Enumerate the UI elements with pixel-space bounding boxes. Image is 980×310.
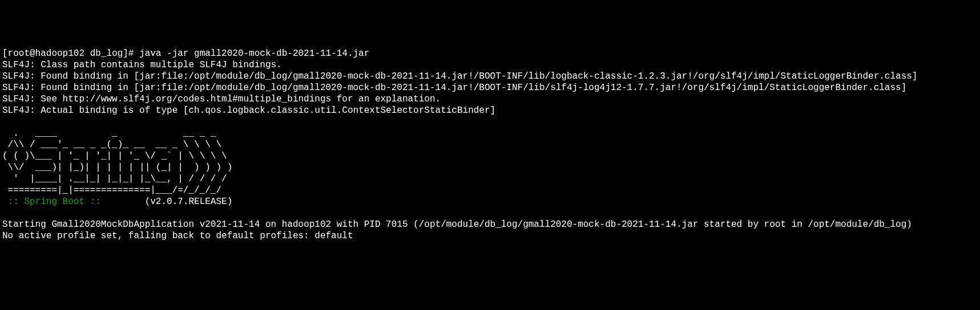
log-line: SLF4J: Actual binding is of type [ch.qos… [2, 105, 495, 116]
ascii-art-line: /\\ / ___'_ __ _ _(_)_ __ __ _ \ \ \ \ [2, 140, 221, 150]
log-line: SLF4J: Found binding in [jar:file:/opt/m… [2, 83, 906, 93]
ascii-art-line: \\/ ___)| |_)| | | | | || (_| | ) ) ) ) [2, 162, 232, 173]
spring-boot-label: :: Spring Boot :: [2, 197, 106, 207]
spring-boot-line: :: Spring Boot :: (v2.0.7.RELEASE) [2, 197, 232, 207]
spring-boot-version: (v2.0.7.RELEASE) [106, 197, 232, 207]
terminal-output[interactable]: [root@hadoop102 db_log]# java -jar gmall… [2, 48, 978, 242]
prompt-line: [root@hadoop102 db_log]# java -jar gmall… [2, 48, 369, 59]
log-line: SLF4J: See http://www.slf4j.org/codes.ht… [2, 94, 441, 104]
log-line: SLF4J: Class path contains multiple SLF4… [2, 60, 282, 70]
ascii-art-line: =========|_|==============|___/=/_/_/_/ [2, 185, 221, 195]
ascii-art-line: ( ( )\___ | '_ | '_| | '_ \/ _` | \ \ \ … [2, 151, 227, 161]
command: java -jar gmall2020-mock-db-2021-11-14.j… [139, 48, 369, 59]
log-line: Starting Gmall2020MockDbApplication v202… [2, 219, 912, 230]
log-line: SLF4J: Found binding in [jar:file:/opt/m… [2, 71, 917, 81]
ascii-art-line: ' |____| .__|_| |_|_| |_\__, | / / / / [2, 174, 227, 184]
log-line: No active profile set, falling back to d… [2, 231, 353, 241]
ascii-art-line: . ____ _ __ _ _ [2, 128, 216, 138]
shell-prompt: [root@hadoop102 db_log]# [2, 48, 139, 59]
